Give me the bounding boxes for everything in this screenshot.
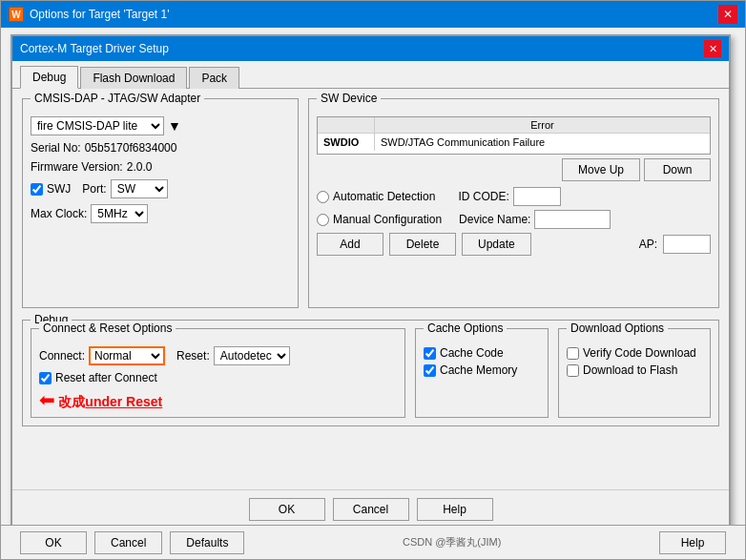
reset-after-connect-checkbox[interactable] xyxy=(39,372,52,384)
serial-row: Serial No: 05b5170f6834000 xyxy=(31,141,290,155)
id-code-input[interactable] xyxy=(513,187,561,206)
debug-section: Debug Connect & Reset Options Connect: N… xyxy=(22,320,719,426)
firmware-value: 2.0.0 xyxy=(127,160,153,174)
auto-detect-radio[interactable] xyxy=(317,191,329,203)
inner-titlebar: Cortex-M Target Driver Setup ✕ xyxy=(12,36,729,61)
tab-pack[interactable]: Pack xyxy=(189,67,239,89)
bottom-help-button[interactable]: Help xyxy=(659,531,726,554)
dialog-cancel-button[interactable]: Cancel xyxy=(333,498,409,521)
red-arrow-icon: ⬅ xyxy=(39,389,55,410)
annotation-area: ⬅ 改成under Reset xyxy=(39,388,397,411)
annotation-under: under Reset xyxy=(85,394,162,409)
device-name-label: Device Name: xyxy=(459,213,530,226)
firmware-label: Firmware Version: xyxy=(31,160,123,174)
cache-memory-label: Cache Memory xyxy=(440,363,517,377)
manual-config-row: Manual Configuration Device Name: xyxy=(317,210,711,229)
dialog-help-button[interactable]: Help xyxy=(417,498,493,521)
add-button[interactable]: Add xyxy=(317,233,383,256)
bottom-credit: CSDN @季酱丸(JIM) xyxy=(403,535,501,550)
maxclock-select[interactable]: 5MHz xyxy=(91,204,148,223)
sw-col-header-1 xyxy=(318,117,375,133)
reset-select[interactable]: Autodetect xyxy=(214,346,290,365)
id-code-label: ID CODE: xyxy=(458,190,508,203)
inner-dialog-title: Cortex-M Target Driver Setup xyxy=(20,42,169,55)
connect-reset-title: Connect & Reset Options xyxy=(39,321,176,335)
cache-code-checkbox[interactable] xyxy=(424,347,436,360)
manual-config-label: Manual Configuration xyxy=(333,213,442,226)
serial-value: 05b5170f6834000 xyxy=(85,141,177,155)
sw-device-title: SW Device xyxy=(317,92,381,105)
download-to-flash-checkbox[interactable] xyxy=(567,364,579,377)
cache-memory-checkbox[interactable] xyxy=(424,364,436,377)
verify-code-row: Verify Code Download xyxy=(567,346,702,360)
cache-memory-row: Cache Memory xyxy=(424,363,540,377)
inner-close-button[interactable]: ✕ xyxy=(704,40,721,57)
auto-detect-label: Automatic Detection xyxy=(333,190,435,203)
reset-label: Reset: xyxy=(176,349,210,363)
auto-detect-row: Automatic Detection ID CODE: xyxy=(317,187,711,206)
dialog-ok-button[interactable]: OK xyxy=(249,498,325,521)
bottom-cancel-button[interactable]: Cancel xyxy=(94,531,162,554)
connect-select[interactable]: Normal xyxy=(89,346,165,365)
cache-code-label: Cache Code xyxy=(440,346,504,360)
content-area: CMSIS-DAP - JTAG/SW Adapter fire CMSIS-D… xyxy=(12,89,729,436)
tab-bar: Debug Flash Download Pack xyxy=(12,61,729,89)
sw-col-header-2: Error xyxy=(375,117,710,133)
reset-after-connect-label: Reset after Connect xyxy=(55,371,157,384)
outer-titlebar: W Options for Target 'Target 1' ✕ xyxy=(1,1,745,28)
connect-label: Connect: xyxy=(39,349,85,363)
tab-debug[interactable]: Debug xyxy=(20,66,78,89)
bottom-bar-buttons: OK Cancel Defaults xyxy=(20,531,244,554)
device-name-input[interactable] xyxy=(534,210,611,229)
ap-label: AP: xyxy=(639,238,657,251)
sw-failure-text: SWD/JTAG Communication Failure xyxy=(375,134,710,151)
bottom-defaults-button[interactable]: Defaults xyxy=(170,531,244,554)
adapter-row: fire CMSIS-DAP lite ▼ xyxy=(31,116,290,135)
outer-window: W Options for Target 'Target 1' ✕ Cortex… xyxy=(0,0,746,560)
update-button[interactable]: Update xyxy=(462,233,531,256)
connect-reset-box: Connect & Reset Options Connect: Normal … xyxy=(31,328,405,418)
cache-options-box: Cache Options Cache Code Cache Memory xyxy=(415,328,549,418)
cmsis-dap-title: CMSIS-DAP - JTAG/SW Adapter xyxy=(31,92,204,105)
bottom-ok-button[interactable]: OK xyxy=(20,531,87,554)
tab-flash-download[interactable]: Flash Download xyxy=(80,67,187,89)
inner-dialog: Cortex-M Target Driver Setup ✕ Debug Fla… xyxy=(10,34,731,530)
download-options-box: Download Options Verify Code Download Do… xyxy=(558,328,711,418)
download-to-flash-label: Download to Flash xyxy=(583,363,677,377)
cache-code-row: Cache Code xyxy=(424,346,540,360)
maxclock-row: Max Clock: 5MHz xyxy=(31,204,290,223)
outer-close-button[interactable]: ✕ xyxy=(718,5,737,24)
download-options-title: Download Options xyxy=(567,321,668,335)
cmsis-dap-group: CMSIS-DAP - JTAG/SW Adapter fire CMSIS-D… xyxy=(22,98,299,308)
port-label: Port: xyxy=(82,182,106,196)
port-select[interactable]: SW xyxy=(111,179,168,198)
ap-input[interactable] xyxy=(663,235,711,254)
adapter-dropdown-arrow[interactable]: ▼ xyxy=(168,118,181,134)
top-panels: CMSIS-DAP - JTAG/SW Adapter fire CMSIS-D… xyxy=(22,98,719,308)
annotation-text: 改成under Reset xyxy=(58,394,162,409)
verify-code-label: Verify Code Download xyxy=(583,346,696,360)
debug-section-inner: Connect & Reset Options Connect: Normal … xyxy=(31,328,711,418)
dialog-bottom-buttons: OK Cancel Help xyxy=(12,489,729,529)
swj-label: SWJ xyxy=(47,182,71,196)
move-down-button[interactable]: Down xyxy=(644,158,711,181)
cache-options-title: Cache Options xyxy=(424,321,507,335)
download-to-flash-row: Download to Flash xyxy=(567,363,702,377)
sw-device-group: SW Device Error xyxy=(308,98,719,308)
connect-row: Connect: Normal Reset: Autodetect xyxy=(39,346,397,365)
verify-code-checkbox[interactable] xyxy=(567,347,579,360)
maxclock-label: Max Clock: xyxy=(31,207,87,220)
outer-window-title: Options for Target 'Target 1' xyxy=(30,8,169,21)
move-up-button[interactable]: Move Up xyxy=(562,158,640,181)
adapter-select[interactable]: fire CMSIS-DAP lite xyxy=(31,116,164,135)
bottom-bar: OK Cancel Defaults CSDN @季酱丸(JIM) Help xyxy=(1,525,745,559)
reset-after-connect-row: Reset after Connect xyxy=(39,371,397,384)
sw-swdio-label: SWDIO xyxy=(318,134,375,151)
firmware-row: Firmware Version: 2.0.0 xyxy=(31,160,290,174)
serial-label: Serial No: xyxy=(31,141,81,155)
swj-checkbox[interactable] xyxy=(31,183,43,196)
swj-row: SWJ Port: SW xyxy=(31,179,290,198)
delete-button[interactable]: Delete xyxy=(389,233,456,256)
app-icon: W xyxy=(9,7,24,22)
manual-config-radio[interactable] xyxy=(317,214,329,226)
